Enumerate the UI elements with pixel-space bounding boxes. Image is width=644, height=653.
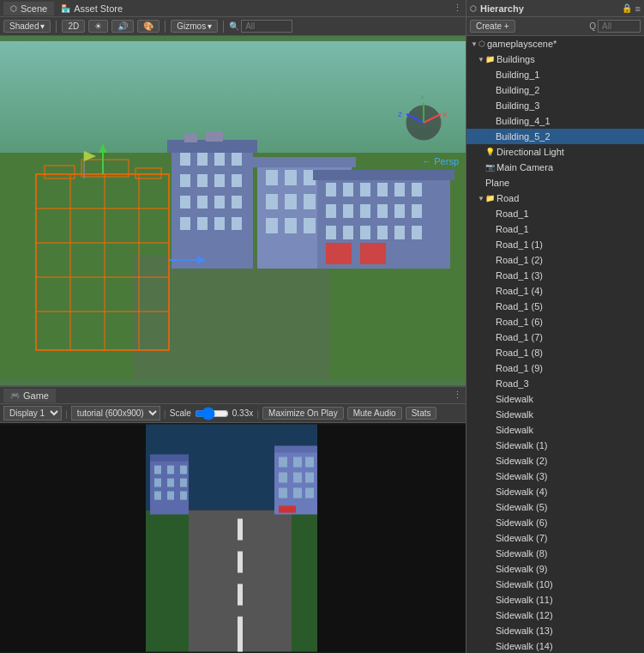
tree-item-road_1_9[interactable]: Road_1 (9) [466,360,644,376]
svg-rect-19 [214,217,225,230]
asset-store-tab[interactable]: 🏪 Asset Store [54,2,129,15]
tree-item-building_3[interactable]: Building_3 [466,98,644,113]
svg-rect-46 [343,204,353,218]
stats-button[interactable]: Stats [406,407,437,420]
tree-label-road_1_1: Road_1 (1) [496,239,543,250]
2d-button[interactable]: 2D [62,20,85,33]
svg-rect-15 [214,196,225,209]
svg-rect-2 [133,256,330,380]
tree-label-plane: Plane [485,178,509,188]
tree-item-building_4_1[interactable]: Building_4_1 [466,113,644,129]
tree-item-road_1_5[interactable]: Road_1 (5) [466,299,644,314]
svg-rect-113 [293,488,302,499]
svg-rect-112 [279,488,287,499]
tree-item-sidewalk_6[interactable]: Sidewalk (6) [466,515,644,530]
gizmos-button[interactable]: Gizmos ▾ [171,20,218,33]
tree-item-sidewalk_2[interactable]: Sidewalk (2) [466,453,644,469]
svg-rect-95 [154,466,161,475]
tree-item-sidewalk_b[interactable]: Sidewalk [466,407,644,422]
tree-item-sidewalk_5[interactable]: Sidewalk (5) [466,499,644,515]
tree-arrow-gameplayscene[interactable] [470,40,478,48]
tree-item-road_1b[interactable]: Road_1 [466,221,644,237]
tree-item-road_group[interactable]: 📁Road [466,190,644,206]
hierarchy-content[interactable]: ⬡gameplayscene*📁BuildingsBuilding_1Build… [466,36,644,653]
svg-rect-91 [238,584,243,606]
tree-item-sidewalk_11[interactable]: Sidewalk (11) [466,592,644,608]
tree-label-buildings_group: Buildings [497,54,535,64]
audio-button[interactable]: 🔊 [111,20,134,33]
svg-rect-106 [279,457,287,468]
svg-rect-43 [394,183,405,197]
shaded-button[interactable]: Shaded ▾ [3,20,51,33]
tree-item-sidewalk_9[interactable]: Sidewalk (9) [466,561,644,577]
tree-item-sidewalk_14[interactable]: Sidewalk (14) [466,638,644,653]
tree-item-road_1_7[interactable]: Road_1 (7) [466,330,644,345]
tree-item-building_5_2[interactable]: Building_5_2 [466,129,644,144]
tree-label-sidewalk_10: Sidewalk (10) [496,579,553,590]
tree-item-road_1_3[interactable]: Road_1 (3) [466,268,644,283]
svg-rect-40 [343,183,353,197]
tree-item-building_2[interactable]: Building_2 [466,82,644,98]
tree-item-building_1[interactable]: Building_1 [466,67,644,82]
maximize-on-play-button[interactable]: Maximize On Play [262,407,344,420]
tree-item-sidewalk_a[interactable]: Sidewalk [466,391,644,407]
svg-rect-58 [360,243,386,264]
mute-audio-button[interactable]: Mute Audio [347,407,402,420]
tree-label-gameplayscene: gameplayscene* [487,39,557,49]
game-toolbar: Display 1 | tutorial (600x900) | Scale 0… [0,404,466,423]
tree-item-sidewalk_4[interactable]: Sidewalk (4) [466,484,644,499]
create-button[interactable]: Create + [470,20,515,33]
tree-item-main_camera[interactable]: 📷Main Camera [466,160,644,175]
svg-rect-25 [266,170,278,185]
game-panel-menu-icon[interactable]: ⋮ [453,390,462,401]
svg-rect-35 [304,218,316,233]
hierarchy-menu-icon[interactable]: ≡ [635,3,641,14]
tree-item-road_1_8[interactable]: Road_1 (8) [466,345,644,360]
tree-arrow-buildings_group[interactable] [477,56,485,63]
tree-item-sidewalk_13[interactable]: Sidewalk (13) [466,623,644,638]
tree-item-plane[interactable]: Plane [466,175,644,190]
tree-item-sidewalk_8[interactable]: Sidewalk (8) [466,546,644,561]
svg-rect-54 [377,226,388,239]
tree-item-road_1_6[interactable]: Road_1 (6) [466,314,644,330]
svg-rect-96 [167,466,174,475]
scale-slider[interactable] [195,408,229,419]
tree-label-road_1a: Road_1 [496,209,529,219]
tree-item-sidewalk_3[interactable]: Sidewalk (3) [466,469,644,484]
scene-panel-menu-icon[interactable]: ⋮ [453,3,462,14]
fx-button[interactable]: 🎨 [137,20,159,33]
game-panel: 🎮 Game ⋮ Display 1 | tutorial (600x900) … [0,387,466,653]
svg-rect-100 [180,479,187,487]
tree-item-road_3[interactable]: Road_3 [466,376,644,391]
hierarchy-lock-icon[interactable]: 🔒 [622,3,632,13]
tree-item-road_1_4[interactable]: Road_1 (4) [466,283,644,299]
tree-item-sidewalk_1[interactable]: Sidewalk (1) [466,438,644,453]
scene-search-input[interactable] [241,20,292,33]
svg-text:Z: Z [398,111,402,118]
persp-button[interactable]: ← Persp [422,156,459,166]
tree-item-gameplayscene[interactable]: ⬡gameplayscene* [466,36,644,51]
tree-item-road_1a[interactable]: Road_1 [466,206,644,221]
tree-label-road_1_7: Road_1 (7) [496,332,543,342]
tree-item-sidewalk_7[interactable]: Sidewalk (7) [466,530,644,546]
resolution-select[interactable]: tutorial (600x900) [71,406,160,420]
tree-arrow-road_group[interactable] [477,195,485,203]
tree-label-road_1b: Road_1 [496,224,529,234]
tree-item-sidewalk_c[interactable]: Sidewalk [466,422,644,438]
tree-item-sidewalk_12[interactable]: Sidewalk (12) [466,608,644,623]
svg-rect-8 [232,153,242,166]
tree-item-road_1_2[interactable]: Road_1 (2) [466,252,644,268]
scene-tab[interactable]: ⬡ Scene [3,2,54,15]
tree-label-building_3: Building_3 [496,100,539,111]
tree-label-building_2: Building_2 [496,85,539,95]
game-tab[interactable]: 🎮 Game [3,389,56,402]
tree-item-buildings_group[interactable]: 📁Buildings [466,51,644,67]
tree-item-road_1_1[interactable]: Road_1 (1) [466,237,644,252]
svg-rect-10 [197,174,208,187]
hierarchy-search-input[interactable] [598,20,641,33]
tree-item-directional_light[interactable]: 💡Directional Light [466,144,644,160]
tree-item-sidewalk_10[interactable]: Sidewalk (10) [466,577,644,592]
display-select[interactable]: Display 1 [3,406,62,420]
lighting-button[interactable]: ☀ [88,20,108,33]
tree-label-sidewalk_12: Sidewalk (12) [496,610,553,620]
